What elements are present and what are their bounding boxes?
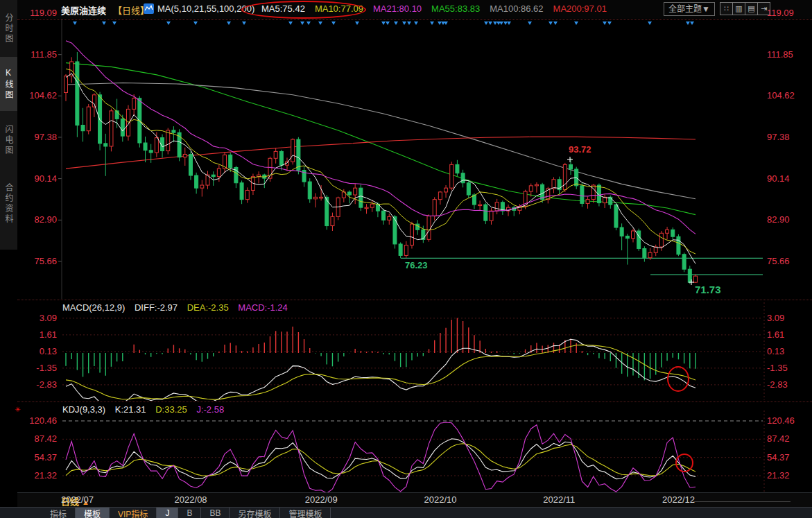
- macd-diff-value: DIFF:-2.97: [135, 302, 178, 313]
- candle: [620, 227, 623, 236]
- bottom-tab[interactable]: J: [157, 508, 178, 518]
- axis-tick-label: 120.46: [767, 415, 795, 426]
- bottom-tab[interactable]: 指标: [42, 508, 76, 518]
- signal-marker: [288, 21, 293, 25]
- candle: [693, 276, 697, 282]
- axis-tick-label: 90.14: [0, 173, 57, 184]
- signal-marker: [73, 21, 77, 25]
- grid-layout-button[interactable]: ∷: [720, 2, 733, 15]
- scroll-track[interactable]: [693, 501, 791, 502]
- candle: [382, 211, 386, 220]
- candle: [365, 207, 368, 209]
- axis-tick-label: 3.09: [0, 313, 57, 324]
- candle: [450, 164, 453, 188]
- signal-marker: [318, 21, 322, 25]
- panes-layout-button[interactable]: ▥: [732, 2, 745, 15]
- month-label: 2022/08: [175, 494, 207, 505]
- bottom-tab[interactable]: 另存模板: [230, 508, 280, 518]
- macd-panel: [62, 318, 763, 407]
- kdj-params: KDJ(9,3,3): [62, 404, 105, 415]
- signal-marker: [242, 21, 246, 25]
- signal-marker: [227, 21, 231, 25]
- candle: [632, 231, 635, 239]
- ma-line: [66, 439, 696, 479]
- candle: [569, 164, 573, 169]
- axis-tick-label: -1.35: [767, 363, 788, 374]
- axis-tick-label: 75.66: [0, 256, 57, 267]
- bottom-tab[interactable]: B: [178, 508, 201, 518]
- candle: [245, 190, 249, 199]
- candle: [529, 186, 533, 191]
- candle: [195, 175, 198, 188]
- signal-marker: [438, 21, 442, 25]
- sidebar-tab-kline[interactable]: K线图: [0, 57, 17, 111]
- candle: [115, 111, 119, 119]
- bottom-tab[interactable]: 管理模板: [280, 508, 331, 518]
- candle: [331, 216, 334, 225]
- candle: [603, 197, 607, 202]
- candle: [81, 125, 85, 130]
- signal-marker: [548, 21, 553, 25]
- indicator-settings-icon[interactable]: ☀: [15, 406, 21, 413]
- signal-marker: [603, 21, 607, 25]
- macd-macd-value: MACD:-1.24: [238, 302, 288, 313]
- candle: [110, 111, 113, 146]
- signal-marker: [166, 21, 171, 25]
- candle: [166, 130, 170, 151]
- axis-tick-label: 120.46: [0, 415, 57, 426]
- kdj-panel: [62, 421, 763, 493]
- signal-marker: [507, 21, 511, 25]
- bottom-tab[interactable]: VIP指标: [110, 508, 157, 518]
- signal-marker: [102, 21, 106, 25]
- axis-tick-label: 54.37: [767, 452, 790, 463]
- app-window: 分时图 K线图 闪电图 合约资料 美原油连续 【日线】 MA(5,10,21,5…: [0, 0, 812, 518]
- axis-tick-label: 97.38: [767, 132, 790, 143]
- signal-marker: [488, 21, 492, 25]
- signal-marker: [414, 21, 418, 25]
- chart-style-button[interactable]: ▤: [745, 2, 758, 15]
- month-label: 2022/10: [424, 494, 457, 505]
- signal-marker: [306, 21, 311, 25]
- signal-marker: [331, 21, 336, 25]
- candle: [427, 216, 431, 240]
- candle: [580, 186, 584, 204]
- xaxis-bar: 日线▲ 2022/072022/082022/092022/102022/112…: [17, 493, 812, 507]
- candle: [484, 205, 487, 221]
- separator-macd: [17, 300, 812, 300]
- candle: [682, 254, 686, 269]
- theme-select-button[interactable]: 全部主题▼: [664, 2, 715, 16]
- signal-marker: [493, 21, 497, 25]
- axis-tick-label: 1.61: [0, 329, 57, 340]
- ma-values-highlight: [241, 1, 366, 19]
- axis-tick-label: -2.83: [0, 379, 57, 390]
- candle: [155, 138, 158, 153]
- bottom-tab[interactable]: BB: [201, 508, 230, 518]
- signal-marker: [394, 21, 398, 25]
- axis-tick-label: 0.13: [0, 346, 57, 357]
- price-annotation: 76.23: [405, 260, 428, 270]
- ma-value-label: MA55:83.83: [431, 3, 480, 14]
- month-label: 2022/09: [305, 494, 338, 505]
- candle: [211, 175, 215, 176]
- ma-line: [66, 345, 696, 399]
- candle: [671, 230, 675, 236]
- axis-tick-label: 3.09: [767, 313, 784, 324]
- signal-marker: [193, 21, 198, 25]
- axis-tick-label: 90.14: [767, 173, 790, 184]
- candle: [64, 76, 68, 93]
- candle: [370, 204, 374, 207]
- candle: [648, 252, 652, 257]
- candle: [535, 184, 538, 186]
- candle: [313, 197, 317, 198]
- bottom-tab[interactable]: 模板: [76, 508, 110, 518]
- candle: [467, 183, 470, 195]
- axis-tick-label: 82.90: [767, 214, 790, 225]
- signal-marker: [528, 21, 532, 25]
- candle: [240, 183, 243, 200]
- candle: [643, 249, 646, 258]
- ma-value-label: MA200:97.01: [553, 3, 607, 14]
- candle: [677, 236, 680, 254]
- candle: [456, 164, 459, 173]
- separator-topbar: [17, 19, 812, 20]
- left-sidebar: 分时图 K线图 闪电图 合约资料: [0, 0, 18, 250]
